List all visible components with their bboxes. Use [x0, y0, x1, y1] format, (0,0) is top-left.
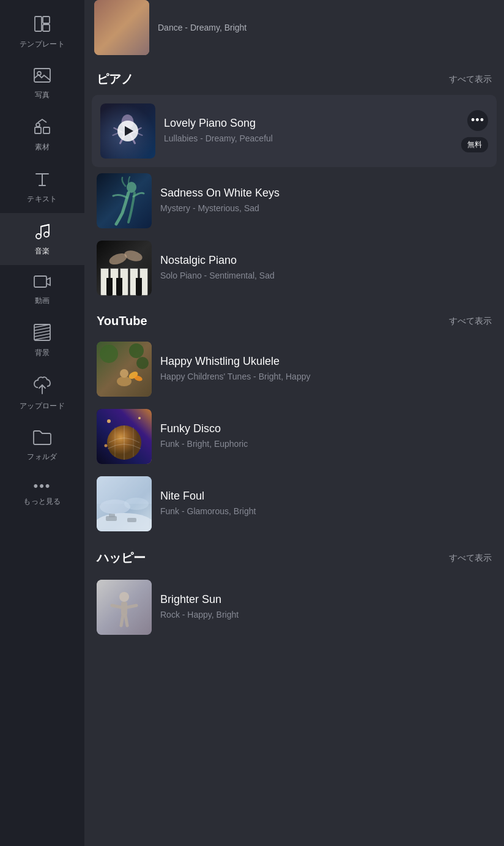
svg-point-9	[44, 232, 49, 237]
funky-title: Funky Disco	[160, 422, 492, 435]
play-triangle-icon	[125, 126, 133, 136]
sidebar-item-upload[interactable]: アップロード	[0, 367, 84, 420]
happy-section-header: ハッピー すべて表示	[84, 544, 504, 574]
upload-icon	[33, 375, 51, 397]
sidebar-item-video[interactable]: 動画	[0, 265, 84, 315]
svg-rect-10	[34, 276, 46, 287]
piano-see-all-button[interactable]: すべて表示	[449, 74, 492, 85]
svg-point-41	[97, 513, 152, 531]
music-item-lovely-piano[interactable]: Lovely Piano Song Lullabies - Dreamy, Pe…	[92, 95, 497, 167]
sidebar-item-folder[interactable]: フォルダ	[0, 420, 84, 471]
svg-point-26	[123, 249, 143, 263]
background-icon	[33, 323, 51, 344]
sidebar-label-more: もっと見る	[23, 496, 61, 507]
material-icon	[33, 118, 51, 138]
music-item-sadness[interactable]: Sadness On White Keys Mystery - Mysterio…	[84, 167, 504, 234]
svg-rect-2	[43, 24, 50, 31]
ukulele-thumb	[97, 342, 152, 397]
sidebar-label-upload: アップロード	[20, 401, 65, 411]
music-icon	[33, 222, 51, 242]
sidebar-label-material: 素材	[35, 142, 50, 152]
text-icon	[34, 170, 51, 190]
svg-rect-44	[127, 518, 136, 522]
more-icon: •••	[33, 479, 51, 493]
svg-line-13	[34, 328, 50, 331]
svg-point-7	[36, 123, 40, 127]
free-badge: 無料	[461, 137, 488, 152]
top-partial-text: Dance - Dreamy, Bright	[158, 23, 246, 32]
play-button[interactable]	[117, 121, 138, 141]
sidebar: テンプレート 写真 素材	[0, 0, 84, 846]
lovely-piano-subtitle: Lullabies - Dreamy, Peaceful	[164, 133, 453, 145]
music-item-ukulele[interactable]: Happy Whistling Ukulele Happy Childrens'…	[84, 335, 504, 403]
nostalgic-info: Nostalgic Piano Solo Piano - Sentimental…	[160, 254, 492, 282]
sadness-title: Sadness On White Keys	[160, 187, 492, 200]
more-options-button[interactable]: •••	[467, 110, 488, 131]
brighter-subtitle: Rock - Happy, Bright	[160, 609, 492, 621]
svg-rect-6	[43, 127, 50, 133]
main-content: Dance - Dreamy, Bright ピアノ すべて表示	[84, 0, 504, 846]
happy-see-all-button[interactable]: すべて表示	[449, 553, 492, 564]
music-item-nostalgic[interactable]: Nostalgic Piano Solo Piano - Sentimental…	[84, 234, 504, 302]
sidebar-item-background[interactable]: 背景	[0, 315, 84, 367]
nostalgic-title: Nostalgic Piano	[160, 254, 492, 267]
ukulele-title: Happy Whistling Ukulele	[160, 355, 492, 368]
svg-rect-0	[35, 17, 42, 31]
nostalgic-thumb	[97, 241, 152, 296]
nitefoul-subtitle: Funk - Glamorous, Bright	[160, 506, 492, 518]
lovely-piano-info: Lovely Piano Song Lullabies - Dreamy, Pe…	[164, 117, 453, 145]
piano-section-header: ピアノ すべて表示	[84, 65, 504, 95]
piano-section-title: ピアノ	[97, 71, 133, 88]
sidebar-label-text: テキスト	[27, 194, 57, 204]
youtube-see-all-button[interactable]: すべて表示	[449, 316, 492, 327]
svg-line-15	[34, 334, 50, 337]
svg-rect-3	[34, 69, 50, 82]
svg-point-37	[107, 419, 111, 423]
music-item-nitefoul[interactable]: Nite Foul Funk - Glamorous, Bright	[84, 470, 504, 537]
brighter-info: Brighter Sun Rock - Happy, Bright	[160, 593, 492, 621]
happy-section-title: ハッピー	[97, 550, 146, 566]
sidebar-label-folder: フォルダ	[27, 452, 57, 462]
funky-info: Funky Disco Funk - Bright, Euphoric	[160, 422, 492, 451]
sidebar-item-material[interactable]: 素材	[0, 109, 84, 161]
brighter-title: Brighter Sun	[160, 593, 492, 606]
svg-point-28	[100, 345, 118, 363]
sidebar-label-photo: 写真	[35, 90, 50, 100]
sadness-info: Sadness On White Keys Mystery - Mysterio…	[160, 187, 492, 215]
svg-rect-1	[43, 17, 50, 23]
nitefoul-title: Nite Foul	[160, 490, 492, 503]
svg-rect-47	[97, 476, 152, 504]
svg-point-39	[105, 444, 108, 447]
youtube-section-header: YouTube すべて表示	[84, 308, 504, 335]
music-item-funky[interactable]: Funky Disco Funk - Bright, Euphoric	[84, 403, 504, 470]
funky-subtitle: Funk - Bright, Euphoric	[160, 438, 492, 451]
sidebar-label-background: 背景	[35, 348, 50, 358]
svg-point-29	[129, 343, 144, 358]
sidebar-item-text[interactable]: テキスト	[0, 161, 84, 213]
youtube-section-title: YouTube	[97, 314, 147, 328]
svg-point-32	[120, 369, 128, 378]
svg-point-30	[136, 357, 149, 369]
lovely-piano-actions: ••• 無料	[461, 110, 488, 152]
ukulele-subtitle: Happy Childrens' Tunes - Bright, Happy	[160, 371, 492, 383]
funky-thumb	[97, 409, 152, 464]
sidebar-label-template: テンプレート	[20, 39, 65, 50]
music-item-brighter[interactable]: Brighter Sun Rock - Happy, Bright	[84, 574, 504, 641]
svg-point-38	[138, 417, 141, 419]
sadness-thumb	[97, 173, 152, 228]
top-partial-item[interactable]: Dance - Dreamy, Bright	[84, 0, 504, 65]
sidebar-item-more[interactable]: ••• もっと見る	[0, 471, 84, 515]
svg-line-14	[34, 331, 50, 334]
ukulele-info: Happy Whistling Ukulele Happy Childrens'…	[160, 355, 492, 383]
nitefoul-thumb	[97, 476, 152, 531]
sadness-subtitle: Mystery - Mysterious, Sad	[160, 203, 492, 215]
folder-icon	[32, 429, 52, 448]
nostalgic-subtitle: Solo Piano - Sentimental, Sad	[160, 270, 492, 282]
svg-point-49	[119, 592, 129, 602]
video-icon	[33, 274, 51, 292]
sidebar-item-photo[interactable]: 写真	[0, 58, 84, 109]
sidebar-item-music[interactable]: 音楽	[0, 213, 84, 265]
sidebar-label-music: 音楽	[35, 246, 50, 256]
sidebar-item-template[interactable]: テンプレート	[0, 6, 84, 58]
nitefoul-info: Nite Foul Funk - Glamorous, Bright	[160, 490, 492, 518]
